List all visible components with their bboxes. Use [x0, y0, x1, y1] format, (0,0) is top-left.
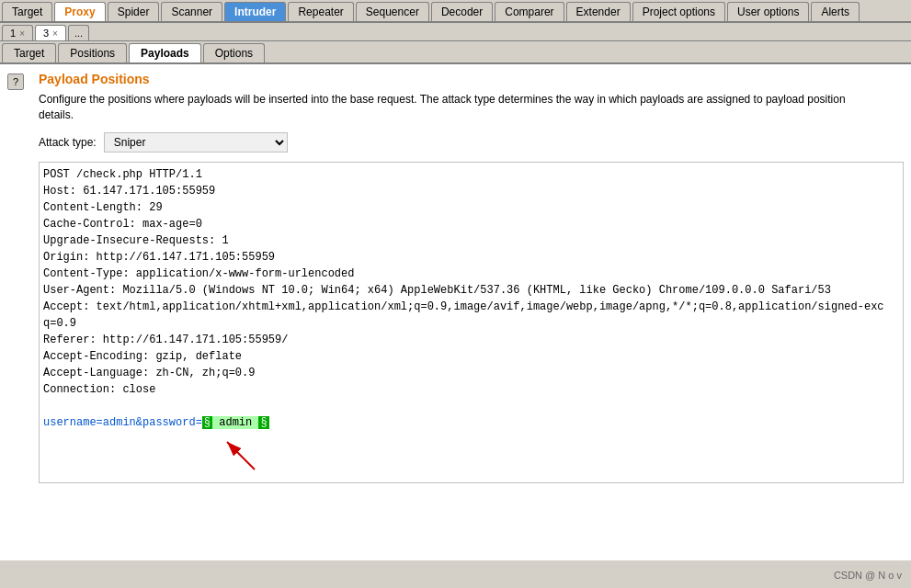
tab-sequencer[interactable]: Sequencer — [356, 2, 429, 21]
request-line-10: q=0.9 — [43, 315, 899, 332]
payload-prefix: username=admin&password= — [43, 416, 202, 429]
tab-num-3-close[interactable]: × — [52, 28, 58, 39]
payload-value: admin — [212, 416, 258, 429]
tab-user-options[interactable]: User options — [727, 2, 809, 21]
svg-line-1 — [227, 442, 255, 469]
payload-marker-close: § — [258, 416, 268, 429]
main-content: ? Payload Positions Configure the positi… — [0, 64, 911, 560]
tab-proxy[interactable]: Proxy — [54, 2, 105, 21]
tab-spider[interactable]: Spider — [108, 2, 160, 21]
request-line-8: User-Agent: Mozilla/5.0 (Windows NT 10.0… — [43, 282, 899, 299]
attack-type-row: Attack type: Sniper Battering ram Pitchf… — [39, 132, 904, 153]
arrow-annotation — [218, 435, 291, 471]
request-line-11: Referer: http://61.147.171.105:55959/ — [43, 332, 899, 348]
request-line-13: Accept-Language: zh-CN, zh;q=0.9 — [43, 365, 899, 381]
tab-num-1[interactable]: 1 × — [2, 25, 33, 40]
sub-tab-options[interactable]: Options — [203, 43, 265, 62]
tab-scanner[interactable]: Scanner — [161, 2, 222, 21]
request-line-1: POST /check.php HTTP/1.1 — [43, 166, 899, 183]
tab-comparer[interactable]: Comparer — [495, 2, 564, 21]
top-tab-bar: Target Proxy Spider Scanner Intruder Rep… — [0, 0, 911, 23]
tab-num-more[interactable]: ... — [68, 25, 89, 40]
request-line-6: Origin: http://61.147.171.105:55959 — [43, 249, 899, 266]
request-line-14: Connection: close — [43, 381, 899, 398]
sub-tab-target[interactable]: Target — [2, 43, 56, 62]
tab-alerts[interactable]: Alerts — [811, 2, 860, 21]
request-area[interactable]: POST /check.php HTTP/1.1 Host: 61.147.17… — [39, 162, 904, 483]
request-payload-line: username=admin&password=§ admin § — [43, 414, 899, 431]
request-line-9: Accept: text/html,application/xhtml+xml,… — [43, 299, 899, 315]
tab-extender[interactable]: Extender — [566, 2, 631, 21]
sub-tab-positions[interactable]: Positions — [58, 43, 127, 62]
description-text: Configure the positions where payloads w… — [39, 92, 904, 123]
request-line-blank — [43, 398, 899, 414]
section-title: Payload Positions — [39, 72, 904, 86]
tab-project-options[interactable]: Project options — [632, 2, 725, 21]
sub-tab-payloads[interactable]: Payloads — [129, 43, 201, 62]
tab-target[interactable]: Target — [2, 2, 52, 21]
watermark: CSDN @ N o v — [834, 570, 902, 581]
request-line-12: Accept-Encoding: gzip, deflate — [43, 348, 899, 365]
sub-tab-bar: Target Positions Payloads Options — [0, 41, 911, 64]
tab-num-1-label: 1 — [10, 28, 16, 39]
tab-repeater[interactable]: Repeater — [288, 2, 353, 21]
request-line-3: Content-Length: 29 — [43, 199, 899, 216]
attack-type-select[interactable]: Sniper Battering ram Pitchfork Cluster b… — [104, 132, 288, 153]
request-line-5: Upgrade-Insecure-Requests: 1 — [43, 232, 899, 249]
tab-numbers-bar: 1 × 3 × ... — [0, 23, 911, 41]
tab-decoder[interactable]: Decoder — [431, 2, 493, 21]
help-icon[interactable]: ? — [7, 74, 24, 90]
attack-type-label: Attack type: — [39, 136, 97, 149]
request-line-2: Host: 61.147.171.105:55959 — [43, 183, 899, 199]
payload-marker-open: § — [202, 416, 212, 429]
request-line-4: Cache-Control: max-age=0 — [43, 216, 899, 232]
tab-num-3[interactable]: 3 × — [35, 25, 66, 40]
request-line-7: Content-Type: application/x-www-form-url… — [43, 266, 899, 282]
tab-num-3-label: 3 — [43, 28, 49, 39]
tab-num-1-close[interactable]: × — [19, 28, 25, 39]
tab-intruder[interactable]: Intruder — [224, 2, 286, 21]
